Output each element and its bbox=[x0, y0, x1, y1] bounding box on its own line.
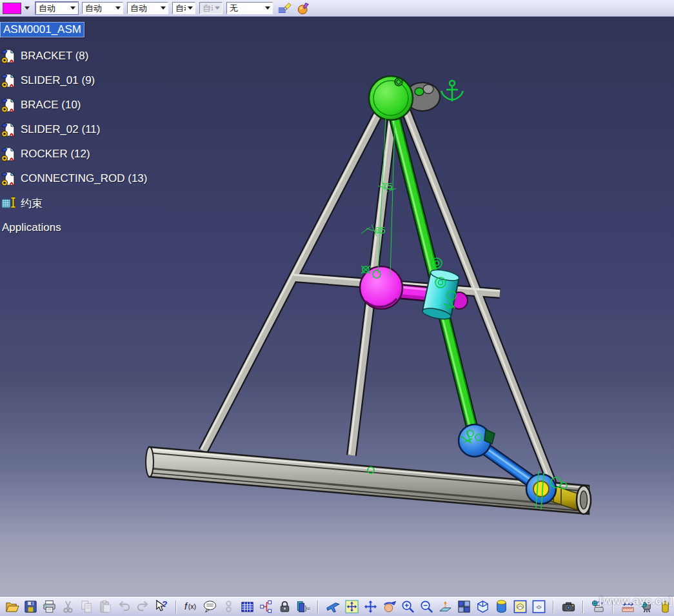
graphic-properties-toolbar: 自动 自动 自动 自动 自动 无 bbox=[0, 0, 674, 17]
material-sphere-icon[interactable] bbox=[296, 1, 312, 16]
combo-value: 自动 bbox=[85, 3, 102, 14]
svg-text:(x): (x) bbox=[188, 602, 195, 610]
tree-item-label: BRACE (10) bbox=[19, 98, 83, 112]
tree-root-asm0001[interactable]: ASM0001_ASM bbox=[0, 21, 149, 38]
tree-item-label: CONNECTING_ROD (13) bbox=[19, 172, 149, 186]
part-icon bbox=[1, 146, 17, 162]
painter-icon[interactable] bbox=[277, 1, 292, 16]
grid-table-icon[interactable] bbox=[239, 599, 255, 615]
tree-item-label: SLIDER_01 (9) bbox=[19, 74, 97, 88]
slider-02-part[interactable] bbox=[422, 268, 461, 321]
fly-icon[interactable] bbox=[325, 599, 341, 615]
fx-icon[interactable]: f(x) bbox=[183, 599, 199, 615]
chevron-down-icon bbox=[115, 6, 121, 10]
svg-text:?: ? bbox=[162, 599, 167, 609]
transparency-combo[interactable]: 自动 bbox=[172, 2, 195, 14]
open-icon[interactable] bbox=[4, 599, 19, 615]
svg-text:75: 75 bbox=[382, 181, 393, 192]
svg-text:85: 85 bbox=[375, 224, 386, 235]
tree-item-bracket[interactable]: BRACKET (8) bbox=[0, 48, 149, 64]
save-icon[interactable] bbox=[23, 599, 38, 615]
line-type-combo[interactable]: 自动 bbox=[35, 2, 78, 14]
lock-icon[interactable] bbox=[277, 599, 292, 615]
point-type-combo[interactable]: 自动 bbox=[127, 2, 168, 14]
layer-combo: 自动 bbox=[199, 2, 223, 14]
part-icon bbox=[1, 48, 17, 64]
tree-item-slider-02[interactable]: SLIDER_02 (11) bbox=[0, 122, 149, 137]
chevron-down-icon bbox=[70, 6, 75, 10]
tree-item-applications[interactable]: Applications bbox=[0, 220, 149, 235]
zoom-out-icon[interactable] bbox=[419, 599, 434, 615]
rail-end-bore bbox=[580, 491, 588, 509]
combo-value: 自动 bbox=[175, 3, 186, 14]
rendering-combo[interactable]: 无 bbox=[226, 2, 273, 14]
constraints-icon bbox=[1, 195, 17, 211]
tree-root-label: ASM0001_ASM bbox=[0, 22, 84, 37]
tree-item-brace[interactable]: BRACE (10) bbox=[0, 97, 149, 113]
normal-view-icon[interactable] bbox=[437, 599, 453, 615]
tree-item-label: SLIDER_02 (11) bbox=[19, 123, 102, 137]
chevron-down-icon[interactable] bbox=[25, 6, 30, 10]
chevron-down-icon bbox=[188, 6, 193, 10]
chevron-down-icon bbox=[265, 6, 270, 10]
svg-text:}=: }= bbox=[304, 604, 310, 611]
zoom-in-icon[interactable] bbox=[400, 599, 415, 615]
toolbar-separator bbox=[553, 601, 554, 613]
toolbar-separator bbox=[317, 601, 319, 613]
part-icon bbox=[1, 73, 17, 88]
whats-this-icon[interactable]: ? bbox=[154, 599, 169, 615]
chevron-down-icon bbox=[161, 6, 166, 10]
view-mode-1-icon[interactable] bbox=[512, 599, 528, 615]
part-icon bbox=[1, 122, 17, 137]
combo-value: 自动 bbox=[39, 3, 55, 14]
tree-item-label: ROCKER (12) bbox=[19, 147, 92, 161]
viewport-3d[interactable]: 75 85 ASM0001_ASM BRACKET (8) SLIDER_01 … bbox=[0, 17, 674, 597]
copy-icon[interactable] bbox=[79, 599, 94, 615]
catalog-icon[interactable] bbox=[258, 599, 273, 615]
line-weight-combo[interactable]: 自动 bbox=[82, 2, 123, 14]
chevron-down-icon bbox=[215, 6, 220, 10]
redo-icon[interactable] bbox=[135, 599, 150, 615]
iso-view-icon[interactable] bbox=[475, 599, 490, 615]
tree-item-connecting-rod[interactable]: CONNECTING_ROD (13) bbox=[0, 171, 149, 186]
fit-all-icon[interactable] bbox=[344, 599, 359, 615]
toolbar-separator bbox=[175, 601, 177, 613]
knowledge-icon[interactable]: }= bbox=[295, 599, 311, 615]
fix-anchor-icon[interactable] bbox=[441, 81, 463, 101]
comment-icon[interactable] bbox=[202, 599, 217, 615]
combo-value: 自动 bbox=[130, 3, 147, 14]
fill-color-picker[interactable] bbox=[3, 3, 32, 14]
part-icon bbox=[1, 171, 17, 186]
tree-item-label: Applications bbox=[0, 221, 63, 235]
camera-icon[interactable] bbox=[560, 599, 576, 615]
cut-icon[interactable] bbox=[60, 599, 75, 615]
tree-item-label: BRACKET (8) bbox=[19, 49, 91, 63]
specification-tree: ASM0001_ASM BRACKET (8) SLIDER_01 (9) BR… bbox=[0, 21, 149, 244]
tree-item-label: 约束 bbox=[19, 195, 45, 212]
quad-view-icon[interactable] bbox=[456, 599, 471, 615]
toolbar-separator bbox=[582, 601, 584, 613]
shaded-cylinder-icon[interactable] bbox=[493, 599, 509, 615]
standard-toolbar: ?f(x)}= bbox=[0, 597, 674, 616]
part-icon bbox=[1, 97, 17, 113]
watermark: [www.ayc.cn] bbox=[599, 595, 673, 608]
view-mode-2-icon[interactable] bbox=[531, 599, 546, 615]
combo-value: 无 bbox=[230, 3, 238, 14]
undo-icon[interactable] bbox=[116, 599, 132, 615]
print-icon[interactable] bbox=[41, 599, 57, 615]
rotate-icon[interactable] bbox=[381, 599, 397, 615]
share-icon[interactable] bbox=[221, 599, 236, 615]
tree-item-rocker[interactable]: ROCKER (12) bbox=[0, 146, 149, 162]
tree-item-constraints[interactable]: 约束 bbox=[0, 195, 149, 211]
paste-icon[interactable] bbox=[97, 599, 113, 615]
tree-item-slider-01[interactable]: SLIDER_01 (9) bbox=[0, 73, 149, 88]
pan-icon[interactable] bbox=[362, 599, 378, 615]
combo-value: 自动 bbox=[203, 3, 213, 14]
color-swatch[interactable] bbox=[3, 3, 21, 14]
